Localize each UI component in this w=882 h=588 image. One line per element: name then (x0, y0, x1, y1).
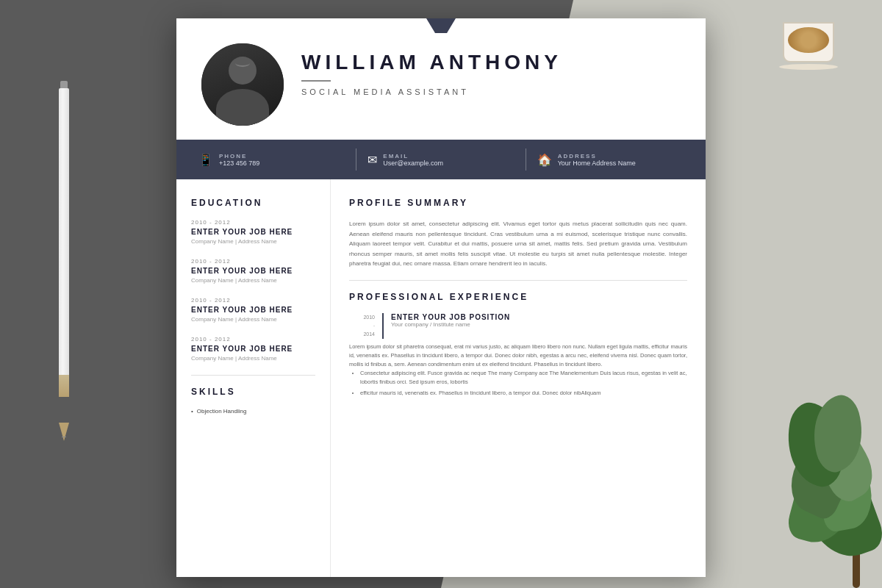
exp-bullet-1: Consectetur adipiscing elit. Fusce gravi… (360, 369, 687, 387)
exp-item-1: 2010 - 2014 ENTER YOUR JOB POSITION Your… (349, 313, 687, 398)
name-divider (301, 80, 331, 82)
edu-job-4: ENTER YOUR JOB HERE (191, 345, 315, 353)
exp-bullets-1: Consectetur adipiscing elit. Fusce gravi… (356, 369, 687, 398)
plant-decoration (735, 368, 882, 588)
skill-label-1: Objection Handling (197, 408, 247, 415)
edu-year-4: 2010 - 2012 (191, 336, 315, 343)
resume-name: WILLIAM ANTHONY (301, 51, 684, 74)
address-value: Your Home Address Name (558, 159, 636, 167)
edu-item-2: 2010 - 2012 ENTER YOUR JOB HERE Company … (191, 258, 315, 284)
exp-bar-1 (382, 313, 384, 339)
edu-company-2: Company Name | Address Name (191, 277, 315, 284)
exp-year-start: 2010 (363, 315, 375, 320)
phone-value: +123 456 789 (219, 159, 259, 167)
contact-bar: 📱 PHONE +123 456 789 ✉ EMAIL User@exampl… (176, 140, 706, 179)
phone-label: PHONE (219, 153, 259, 159)
pencil-body (59, 88, 69, 397)
right-column: PROFILE SUMMARY Lorem ipsum dolor sit am… (331, 179, 706, 577)
edu-job-2: ENTER YOUR JOB HERE (191, 267, 315, 275)
edu-year-3: 2010 - 2012 (191, 297, 315, 304)
address-icon: 🏠 (537, 153, 552, 167)
edu-item-4: 2010 - 2012 ENTER YOUR JOB HERE Company … (191, 336, 315, 362)
phone-details: PHONE +123 456 789 (219, 153, 259, 167)
profile-summary-title: PROFILE SUMMARY (349, 198, 687, 208)
resume-paper: WILLIAM ANTHONY SOCIAL MEDIA ASSISTANT 📱… (176, 18, 706, 577)
edu-company-3: Company Name | Address Name (191, 316, 315, 323)
cup-handle (833, 31, 834, 49)
profile-photo (198, 40, 287, 129)
address-label: ADDRESS (558, 153, 636, 159)
edu-divider (191, 375, 315, 376)
resume-header: WILLIAM ANTHONY SOCIAL MEDIA ASSISTANT (176, 18, 706, 129)
skill-item-1: • Objection Handling (191, 408, 315, 415)
contact-address: 🏠 ADDRESS Your Home Address Name (537, 153, 684, 167)
edu-item-3: 2010 - 2012 ENTER YOUR JOB HERE Company … (191, 297, 315, 323)
pencil-decoration (59, 88, 69, 441)
exp-years-1: 2010 - 2014 (349, 313, 375, 338)
edu-year-2: 2010 - 2012 (191, 258, 315, 265)
exp-year-end: 2014 (363, 331, 375, 337)
email-value: User@example.com (383, 159, 443, 167)
exp-year-dash: - (373, 323, 375, 328)
contact-divider-1 (356, 148, 356, 171)
skill-bullet-1: • (191, 408, 193, 415)
contact-divider-2 (526, 148, 526, 171)
exp-details-1: ENTER YOUR JOB POSITION Your company / I… (391, 313, 510, 328)
resume-title: SOCIAL MEDIA ASSISTANT (301, 87, 684, 96)
profile-summary-text: Lorem ipsum dolor sit amet, consectetur … (349, 219, 687, 269)
phone-icon: 📱 (198, 153, 213, 167)
exp-position-1: ENTER YOUR JOB POSITION (391, 313, 510, 321)
cup-saucer (779, 64, 838, 70)
exp-bullet-2: efficitur mauris id, venenatis ex. Phase… (360, 389, 687, 398)
address-details: ADDRESS Your Home Address Name (558, 153, 636, 167)
resume-body: EDUCATION 2010 - 2012 ENTER YOUR JOB HER… (176, 179, 706, 577)
email-label: EMAIL (383, 153, 443, 159)
cup-coffee (788, 27, 829, 53)
exp-header-1: 2010 - 2014 ENTER YOUR JOB POSITION Your… (349, 313, 687, 339)
edu-job-1: ENTER YOUR JOB HERE (191, 228, 315, 236)
cup-body (783, 22, 834, 62)
exp-text-1: Lorem ipsum dolor sit pharetra consequat… (349, 343, 687, 369)
edu-job-3: ENTER YOUR JOB HERE (191, 306, 315, 314)
exp-company-1: Your company / Institute name (391, 321, 510, 328)
edu-year-1: 2010 - 2012 (191, 219, 315, 226)
edu-company-4: Company Name | Address Name (191, 355, 315, 362)
experience-title: PROFESSIONAL EXPERIENCE (349, 292, 687, 302)
edu-company-1: Company Name | Address Name (191, 238, 315, 245)
email-details: EMAIL User@example.com (383, 153, 443, 167)
left-column: EDUCATION 2010 - 2012 ENTER YOUR JOB HER… (176, 179, 331, 577)
edu-item-1: 2010 - 2012 ENTER YOUR JOB HERE Company … (191, 219, 315, 245)
contact-phone: 📱 PHONE +123 456 789 (198, 153, 345, 167)
skills-title: SKILLS (191, 387, 315, 397)
name-section: WILLIAM ANTHONY SOCIAL MEDIA ASSISTANT (301, 40, 684, 96)
education-title: EDUCATION (191, 198, 315, 208)
coffee-cup-decoration (783, 22, 838, 70)
contact-email: ✉ EMAIL User@example.com (368, 153, 514, 167)
email-icon: ✉ (368, 153, 377, 167)
profile-divider (349, 280, 687, 281)
